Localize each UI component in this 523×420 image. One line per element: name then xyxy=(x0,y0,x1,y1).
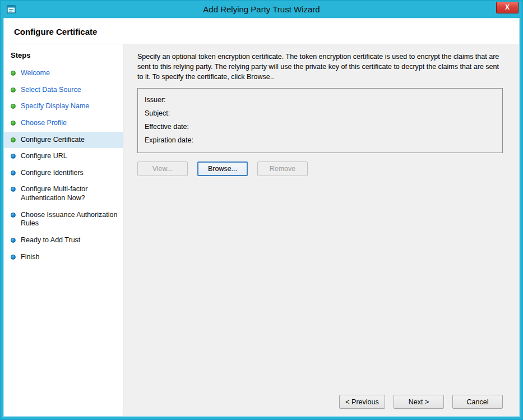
step-label: Choose Profile xyxy=(21,119,67,128)
window-title: Add Relying Party Trust Wizard xyxy=(3,1,520,18)
next-button[interactable]: Next > xyxy=(394,395,444,409)
sidebar-step-specify-display-name[interactable]: Specify Display Name xyxy=(4,98,123,115)
step-status-dot xyxy=(11,154,16,159)
close-icon: X xyxy=(505,3,510,11)
sidebar-step-choose-issuance-authorization-rules: Choose Issuance Authorization Rules xyxy=(4,207,123,232)
page-header: Configure Certificate xyxy=(4,19,519,44)
effective-date-label: Effective date: xyxy=(145,120,496,133)
wizard-window: Add Relying Party Trust Wizard X Configu… xyxy=(0,0,523,420)
remove-button: Remove xyxy=(257,161,308,176)
step-status-dot xyxy=(11,104,16,109)
step-label: Ready to Add Trust xyxy=(21,236,80,245)
step-label: Finish xyxy=(21,253,39,262)
step-label: Configure Multi-factor Authentication No… xyxy=(21,185,119,202)
step-label: Select Data Source xyxy=(21,86,81,95)
step-status-dot xyxy=(11,238,16,243)
cancel-button[interactable]: Cancel xyxy=(452,395,503,409)
step-status-dot xyxy=(11,137,16,142)
sidebar-step-ready-to-add-trust: Ready to Add Trust xyxy=(4,232,123,249)
step-status-dot xyxy=(11,71,16,76)
step-status-dot xyxy=(11,170,16,176)
steps-list: WelcomeSelect Data SourceSpecify Display… xyxy=(4,65,123,265)
certificate-buttons: View... Browse... Remove xyxy=(137,161,503,176)
expiration-date-label: Expiration date: xyxy=(145,133,496,147)
sidebar-step-configure-identifiers: Configure Identifiers xyxy=(4,165,123,182)
main-area: Steps WelcomeSelect Data SourceSpecify D… xyxy=(4,44,519,416)
footer-buttons: < Previous Next > Cancel xyxy=(339,395,503,409)
step-label: Specify Display Name xyxy=(21,102,89,111)
step-status-dot xyxy=(11,87,16,93)
step-status-dot xyxy=(11,187,16,192)
content-panel: Specify an optional token encryption cer… xyxy=(123,44,519,416)
titlebar: Add Relying Party Trust Wizard X xyxy=(3,1,520,18)
sidebar-step-configure-certificate: Configure Certificate xyxy=(4,132,123,149)
view-button: View... xyxy=(137,161,188,176)
sidebar-step-choose-profile[interactable]: Choose Profile xyxy=(4,115,123,132)
step-status-dot xyxy=(11,121,16,126)
step-label: Welcome xyxy=(21,69,50,78)
step-label: Choose Issuance Authorization Rules xyxy=(21,211,119,228)
browse-button[interactable]: Browse... xyxy=(197,161,248,176)
subject-label: Subject: xyxy=(145,107,496,120)
step-label: Configure URL xyxy=(21,152,67,161)
page-title: Configure Certificate xyxy=(14,27,519,36)
sidebar-step-configure-url: Configure URL xyxy=(4,148,123,165)
sidebar-step-finish: Finish xyxy=(4,249,123,266)
close-button[interactable]: X xyxy=(496,2,519,13)
step-label: Configure Certificate xyxy=(21,136,85,145)
steps-sidebar: Steps WelcomeSelect Data SourceSpecify D… xyxy=(4,44,123,416)
steps-heading: Steps xyxy=(4,48,123,65)
sidebar-step-welcome[interactable]: Welcome xyxy=(4,65,123,82)
previous-button[interactable]: < Previous xyxy=(339,395,385,409)
step-label: Configure Identifiers xyxy=(21,169,84,178)
window-body: Configure Certificate Steps WelcomeSelec… xyxy=(3,18,520,417)
step-status-dot xyxy=(11,213,16,218)
step-status-dot xyxy=(11,255,16,260)
description-text: Specify an optional token encryption cer… xyxy=(137,52,502,82)
sidebar-step-configure-multi-factor-authentication-now: Configure Multi-factor Authentication No… xyxy=(4,181,123,206)
sidebar-step-select-data-source[interactable]: Select Data Source xyxy=(4,82,123,99)
issuer-label: Issuer: xyxy=(145,93,496,107)
certificate-details-box: Issuer: Subject: Effective date: Expirat… xyxy=(137,88,503,153)
